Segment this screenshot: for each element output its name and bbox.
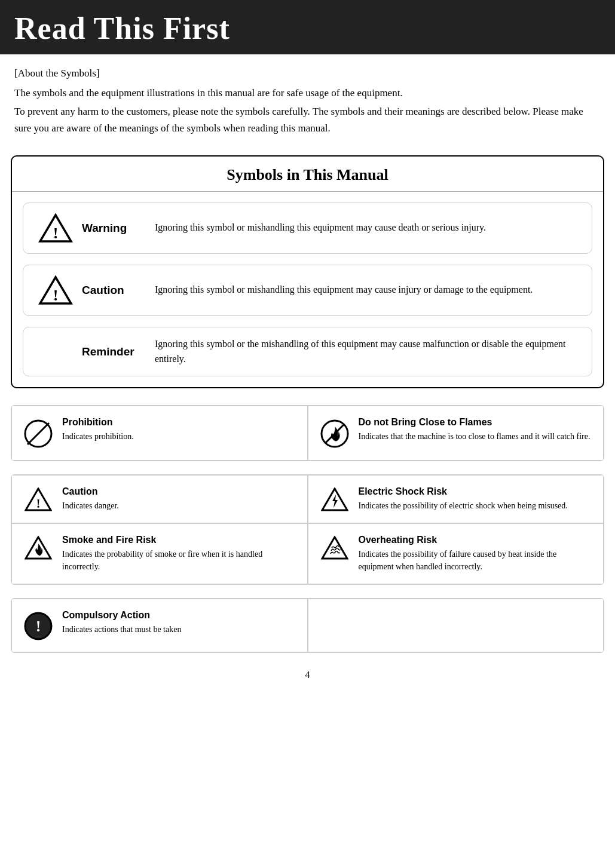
no-flame-desc: Indicates that the machine is too close …	[359, 430, 594, 443]
electric-icon	[318, 486, 351, 511]
about-symbols: [About the Symbols]	[14, 65, 601, 81]
prohibition-title: Prohibition	[62, 417, 298, 428]
smoke-content: Smoke and Fire Risk Indicates the probab…	[62, 535, 298, 573]
intro-section: [About the Symbols] The symbols and the …	[0, 54, 615, 142]
warning-row: ! Warning Ignoring this symbol or mishan…	[23, 203, 592, 254]
svg-text:!: !	[36, 497, 41, 510]
electric-cell: Electric Shock Risk Indicates the possib…	[308, 475, 604, 523]
reminder-row: Reminder Ignoring this symbol or the mis…	[23, 327, 592, 377]
reminder-label: Reminder	[82, 345, 148, 358]
svg-text:!: !	[53, 225, 59, 242]
svg-line-5	[27, 423, 49, 444]
electric-content: Electric Shock Risk Indicates the possib…	[359, 486, 594, 512]
intro-para2: To prevent any harm to the customers, pl…	[14, 103, 601, 136]
compulsory-title: Compulsory Action	[62, 610, 298, 621]
warning-icon: !	[34, 213, 77, 244]
risk-section: ! Caution Indicates danger. Electric Sho…	[11, 474, 604, 585]
compulsory-content: Compulsory Action Indicates actions that…	[62, 610, 298, 636]
risk-grid: ! Caution Indicates danger. Electric Sho…	[11, 475, 604, 584]
symbols-title: Symbols in This Manual	[12, 157, 603, 192]
overheat-desc: Indicates the possibility of failure cau…	[359, 548, 594, 573]
electric-title: Electric Shock Risk	[359, 486, 594, 497]
prohibition-grid: Prohibition Indicates prohibition. Do no…	[11, 406, 604, 461]
prohibition-content: Prohibition Indicates prohibition.	[62, 417, 298, 443]
warning-label: Warning	[82, 222, 148, 235]
page-number: 4	[0, 659, 615, 686]
page-title: Read This First	[0, 0, 615, 54]
intro-para1: The symbols and the equipment illustrati…	[14, 85, 601, 101]
overheat-title: Overheating Risk	[359, 535, 594, 545]
smoke-title: Smoke and Fire Risk	[62, 535, 298, 545]
smoke-cell: Smoke and Fire Risk Indicates the probab…	[11, 523, 308, 584]
compulsory-empty	[308, 599, 604, 652]
caution2-desc: Indicates danger.	[62, 499, 298, 512]
caution2-icon: !	[22, 486, 55, 511]
caution2-cell: ! Caution Indicates danger.	[11, 475, 308, 523]
caution-label: Caution	[82, 284, 148, 297]
no-flame-title: Do not Bring Close to Flames	[359, 417, 594, 428]
caution-desc: Ignoring this symbol or mishandling this…	[155, 283, 581, 297]
svg-text:!: !	[36, 618, 41, 635]
reminder-desc: Ignoring this symbol or the mishandling …	[155, 337, 581, 367]
compulsory-desc: Indicates actions that must be taken	[62, 623, 298, 636]
overheat-content: Overheating Risk Indicates the possibili…	[359, 535, 594, 573]
compulsory-grid: ! Compulsory Action Indicates actions th…	[11, 599, 604, 652]
smoke-icon	[22, 535, 55, 560]
smoke-desc: Indicates the probability of smoke or fi…	[62, 548, 298, 573]
symbols-box: Symbols in This Manual ! Warning Ignorin…	[11, 155, 604, 389]
caution-row: ! Caution Ignoring this symbol or mishan…	[23, 265, 592, 316]
compulsory-icon: !	[22, 610, 55, 641]
compulsory-cell: ! Compulsory Action Indicates actions th…	[11, 599, 308, 652]
svg-text:!: !	[53, 287, 59, 304]
prohibition-section: Prohibition Indicates prohibition. Do no…	[11, 405, 604, 461]
prohibition-icon	[22, 417, 55, 449]
overheat-icon	[318, 535, 351, 560]
caution2-title: Caution	[62, 486, 298, 497]
overheat-cell: Overheating Risk Indicates the possibili…	[308, 523, 604, 584]
no-flame-icon	[318, 417, 351, 449]
prohibition-cell: Prohibition Indicates prohibition.	[11, 406, 308, 461]
prohibition-desc: Indicates prohibition.	[62, 430, 298, 443]
compulsory-section: ! Compulsory Action Indicates actions th…	[11, 598, 604, 653]
warning-desc: Ignoring this symbol or mishandling this…	[155, 220, 581, 235]
electric-desc: Indicates the possibility of electric sh…	[359, 499, 594, 512]
no-flame-content: Do not Bring Close to Flames Indicates t…	[359, 417, 594, 443]
caution2-content: Caution Indicates danger.	[62, 486, 298, 512]
caution-icon: !	[34, 275, 77, 306]
no-flame-cell: Do not Bring Close to Flames Indicates t…	[308, 406, 604, 461]
